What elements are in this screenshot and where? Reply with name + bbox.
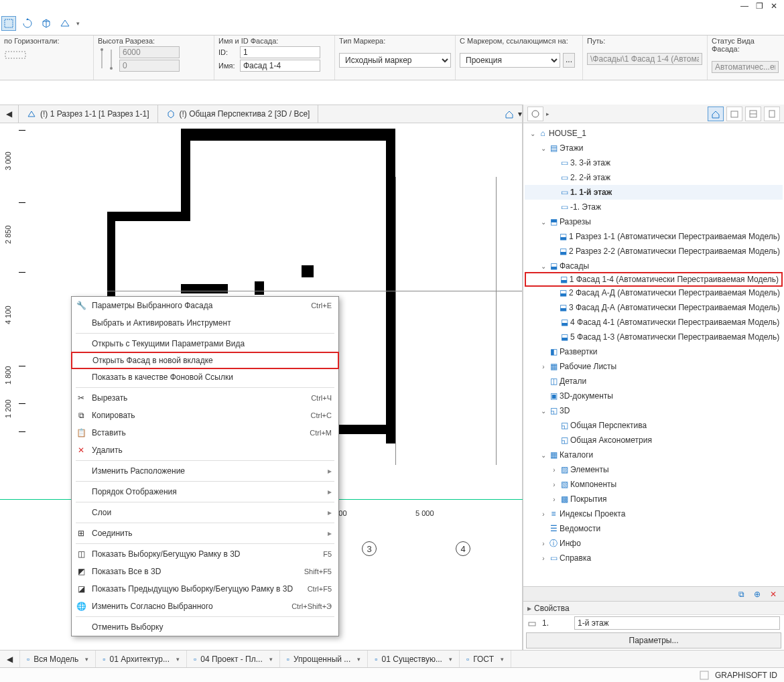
cube-icon[interactable] — [39, 16, 54, 31]
toggle-icon[interactable]: ⌄ — [539, 145, 547, 152]
status-pen[interactable]: ▫Упрощенный ... — [280, 651, 369, 667]
tree-индексы-проекта[interactable]: ›≡Индексы Проекта — [525, 506, 783, 521]
status-std[interactable]: ▫ГОСТ — [460, 651, 511, 667]
nav-layout-button[interactable] — [745, 107, 761, 121]
toggle-icon[interactable]: ⌄ — [529, 130, 537, 137]
maximize-button[interactable]: ❐ — [753, 1, 765, 11]
dropdown-icon[interactable]: ▾ — [76, 20, 80, 27]
toggle-icon[interactable]: › — [539, 510, 547, 518]
props-value-input[interactable] — [574, 616, 780, 630]
ctx-копировать[interactable]: ⧉КопироватьCtrl+C — [72, 407, 338, 424]
ref-select[interactable]: Проекция — [460, 53, 560, 68]
ref-more-button[interactable]: ... — [563, 53, 575, 68]
status-sel[interactable]: ▫Вся Модель — [20, 651, 96, 667]
tab-section[interactable]: (!) 1 Разрез 1-1 [1 Разрез 1-1] — [19, 105, 158, 123]
toggle-icon[interactable]: › — [539, 363, 547, 370]
height-bot-input[interactable] — [119, 60, 180, 72]
toggle-icon[interactable]: ⌄ — [539, 452, 547, 459]
ctx-порядок-отображения[interactable]: Порядок Отображения▸ — [72, 483, 338, 500]
close-button[interactable]: ✕ — [768, 1, 780, 11]
navigator-tree[interactable]: ⌄⌂HOUSE_1⌄▤Этажи▭3. 3-й этаж▭2. 2-й этаж… — [523, 123, 784, 586]
height-top-input[interactable] — [119, 46, 180, 58]
tree-фасады[interactable]: ⌄⬓Фасады — [525, 259, 783, 273]
ctx-выбрать-и-активировать-инструм[interactable]: Выбрать и Активировать Инструмент — [72, 314, 338, 332]
tree-3d-документы[interactable]: ▣3D-документы — [525, 389, 783, 403]
ctx-открыть-фасад-в-новой-вкладке[interactable]: Открыть Фасад в новой вкладке — [71, 352, 339, 369]
ctx-изменить-расположение[interactable]: Изменить Расположение▸ — [72, 462, 338, 480]
ctx-показать-предыдущую-выборку-бе[interactable]: ◪Показать Предыдущую Выборку/Бегущую Рам… — [72, 580, 338, 598]
nav-view-button[interactable] — [726, 107, 742, 121]
toggle-icon[interactable]: › — [550, 466, 558, 474]
nav-publisher-button[interactable] — [764, 107, 780, 121]
status-layer[interactable]: ▫01 Архитектур... — [96, 651, 187, 667]
tree-3-фасад-д-а-автоматически-пере[interactable]: ⬓3 Фасад Д-А (Автоматически Перестраивае… — [525, 300, 783, 315]
footer-label[interactable]: GRAPHISOFT ID — [715, 671, 777, 680]
nav-dropdown-icon[interactable]: ▸ — [546, 111, 549, 117]
ctx-показать-в-качестве-фоновой-сс[interactable]: Показать в качестве Фоновой Ссылки — [72, 368, 338, 386]
toggle-icon[interactable]: › — [539, 555, 547, 562]
name-input[interactable] — [240, 60, 320, 72]
tree--1-этаж[interactable]: ▭-1. Этаж — [525, 200, 783, 214]
marker-select[interactable]: Исходный маркер — [339, 53, 451, 68]
status-view[interactable]: ▫01 Существую... — [368, 651, 460, 667]
ctx-показать-все-в-3d[interactable]: ◩Показать Все в 3DShift+F5 — [72, 563, 338, 580]
tree-ведомости[interactable]: ☰Ведомости — [525, 521, 783, 536]
toggle-icon[interactable]: ⌄ — [539, 407, 547, 415]
tab-prev-button[interactable]: ◀ — [0, 105, 19, 123]
toggle-icon[interactable]: › — [550, 496, 558, 503]
tree-детали[interactable]: ◫Детали — [525, 374, 783, 389]
tree-разрезы[interactable]: ⌄⬒Разрезы — [525, 214, 783, 229]
prop-add-button[interactable]: ⊕ — [750, 588, 764, 600]
ctx-параметры-выбранного-фасада[interactable]: 🔧Параметры Выбранного ФасадаCtrl+E — [72, 297, 338, 314]
ctx-слои[interactable]: Слои▸ — [72, 504, 338, 521]
tree-рабочие-листы[interactable]: ›▦Рабочие Листы — [525, 359, 783, 374]
ctx-удалить[interactable]: ✕Удалить — [72, 441, 338, 459]
tree-справка[interactable]: ›▭Справка — [525, 551, 783, 565]
toggle-icon[interactable]: ⌄ — [539, 218, 547, 226]
status-scale[interactable]: ▫04 Проект - Пл... — [187, 651, 280, 667]
tree-этажи[interactable]: ⌄▤Этажи — [525, 141, 783, 155]
id-input[interactable] — [240, 46, 320, 58]
tree-компоненты[interactable]: ›▧Компоненты — [525, 477, 783, 492]
tree-2-2-й-этаж[interactable]: ▭2. 2-й этаж — [525, 170, 783, 185]
toggle-icon[interactable]: › — [550, 481, 558, 488]
nav-project-button[interactable] — [708, 107, 724, 121]
tree-каталоги[interactable]: ⌄▦Каталоги — [525, 448, 783, 462]
tree-2-разрез-2-2-автоматически-пер[interactable]: ⬓2 Разрез 2-2 (Автоматически Перестраива… — [525, 244, 783, 259]
tab-home-button[interactable]: ▾ — [504, 105, 523, 123]
rotate-icon[interactable] — [20, 16, 35, 31]
tree-развертки[interactable]: ◧Развертки — [525, 344, 783, 359]
tree-house-1[interactable]: ⌄⌂HOUSE_1 — [525, 126, 783, 141]
tree-4-фасад-4-1-автоматически-пере[interactable]: ⬓4 Фасад 4-1 (Автоматически Перестраивае… — [525, 315, 783, 330]
tree-общая-аксонометрия[interactable]: ◱Общая Аксонометрия — [525, 433, 783, 448]
perspective-icon[interactable] — [58, 16, 72, 31]
ctx-вставить[interactable]: 📋ВставитьCtrl+M — [72, 424, 338, 441]
tree-покрытия[interactable]: ›▩Покрытия — [525, 492, 783, 506]
tree-1-разрез-1-1-автоматически-пер[interactable]: ⬓1 Разрез 1-1 (Автоматически Перестраива… — [525, 229, 783, 244]
tree-3d[interactable]: ⌄◱3D — [525, 403, 783, 418]
props-params-button[interactable]: Параметры... — [526, 632, 781, 649]
tree-инфо[interactable]: ›ⓘИнфо — [525, 536, 783, 551]
tree-5-фасад-1-3-автоматически-пере[interactable]: ⬓5 Фасад 1-3 (Автоматически Перестраивае… — [525, 330, 783, 344]
nav-settings-button[interactable] — [527, 107, 543, 121]
tree-элементы[interactable]: ›▨Элементы — [525, 462, 783, 477]
tree-2-фасад-а-д-автоматически-пере[interactable]: ⬓2 Фасад А-Д (Автоматически Перестраивае… — [525, 285, 783, 300]
ctx-вырезать[interactable]: ✂ВырезатьCtrl+Ч — [72, 389, 338, 407]
toggle-icon[interactable]: ⌄ — [539, 263, 547, 270]
ctx-открыть-с-текущими-параметрами[interactable]: Открыть с Текущими Параметрами Вида — [72, 335, 338, 352]
ctx-изменить-согласно-выбранного[interactable]: 🌐Изменить Согласно ВыбранногоCtrl+Shift+… — [72, 598, 338, 615]
tab-perspective[interactable]: (!) Общая Перспектива 2 [3D / Все] — [158, 105, 319, 123]
marquee-icon[interactable] — [1, 16, 16, 31]
path-input[interactable] — [587, 53, 702, 65]
status-input[interactable] — [712, 61, 779, 73]
prop-new-button[interactable]: ⧉ — [734, 588, 748, 600]
prop-delete-button[interactable]: ✕ — [767, 588, 780, 600]
ctx-соединить[interactable]: ⊞Соединить▸ — [72, 525, 338, 542]
tree-1-фасад-1-4-автоматически-пере[interactable]: ⬓1 Фасад 1-4 (Автоматически Перестраивае… — [525, 272, 783, 287]
ctx-показать-выборку-бегущую-рамку[interactable]: ◫Показать Выборку/Бегущую Рамку в 3DF5 — [72, 545, 338, 563]
tree-1-1-й-этаж[interactable]: ▭1. 1-й этаж — [525, 185, 783, 200]
tree-общая-перспектива[interactable]: ◱Общая Перспектива — [525, 418, 783, 433]
minimize-button[interactable]: — — [738, 1, 750, 11]
toggle-icon[interactable]: › — [539, 540, 547, 547]
ctx-отменить-выборку[interactable]: Отменить Выборку — [72, 618, 338, 636]
